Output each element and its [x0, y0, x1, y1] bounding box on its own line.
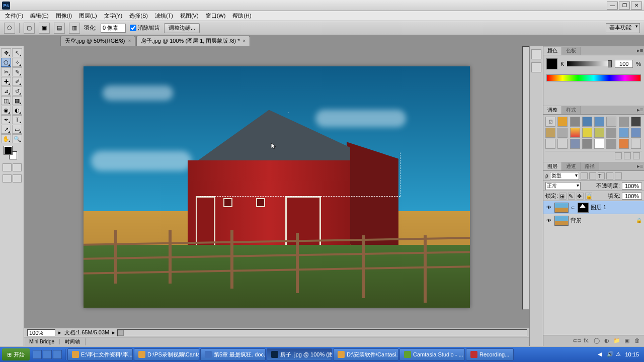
adjustment-icon[interactable]: [557, 128, 568, 138]
gradient-tool-icon[interactable]: ▦: [12, 96, 22, 105]
tool-preset-icon[interactable]: ⬠: [4, 23, 15, 34]
taskbar-item[interactable]: Camtasia Studio - ...: [399, 348, 465, 360]
filter-shape-icon[interactable]: [606, 172, 613, 179]
subtract-selection-icon[interactable]: ▤: [54, 23, 65, 34]
minimize-button[interactable]: —: [607, 2, 618, 10]
tab-close-icon[interactable]: ×: [243, 38, 246, 44]
quicklaunch-icon[interactable]: [33, 350, 42, 359]
adjustment-icon[interactable]: [570, 139, 580, 149]
refine-edge-button[interactable]: 调整边缘...: [164, 23, 200, 33]
filter-pixel-icon[interactable]: [581, 172, 588, 179]
layer-item[interactable]: 👁 ⊂ 图层 1: [543, 201, 644, 214]
layer-name[interactable]: 图层 1: [591, 204, 606, 211]
move-tool-icon[interactable]: ✥: [1, 48, 11, 57]
adjustment-icon[interactable]: [631, 139, 641, 149]
stamp-tool-icon[interactable]: ⊿: [1, 86, 11, 96]
adjustment-icon[interactable]: [619, 139, 629, 149]
adjustment-icon[interactable]: [557, 139, 568, 149]
color-slider[interactable]: [567, 61, 612, 66]
add-selection-icon[interactable]: ▣: [39, 23, 50, 34]
tab-color[interactable]: 颜色: [543, 47, 562, 55]
adjustment-layer-icon[interactable]: ◐: [603, 337, 611, 344]
menu-help[interactable]: 帮助(H): [229, 11, 254, 21]
layer-mask-thumb[interactable]: [578, 203, 589, 213]
taskbar-item[interactable]: 第5章 最是疯狂. doc...: [200, 348, 266, 360]
adjustment-icon[interactable]: [570, 117, 580, 127]
lasso-tool-icon[interactable]: ⬠: [1, 58, 11, 67]
taskbar-item[interactable]: D:\安装软件\Cantasi...: [333, 348, 398, 360]
adjustment-icon[interactable]: [582, 128, 592, 138]
wand-tool-icon[interactable]: ✧: [12, 58, 22, 67]
adjustment-footer-icon[interactable]: [615, 152, 622, 159]
foreground-swatch[interactable]: [4, 146, 12, 154]
eyedropper-tool-icon[interactable]: ✎: [12, 67, 22, 76]
adjustment-icon[interactable]: [570, 128, 580, 138]
adjustment-icon[interactable]: [594, 139, 604, 149]
feather-input[interactable]: [101, 24, 126, 33]
maximize-button[interactable]: ❐: [619, 2, 630, 10]
adjustment-icon[interactable]: [631, 128, 641, 138]
layer-name[interactable]: 背景: [571, 217, 582, 224]
tray-icon[interactable]: 🔊: [607, 351, 614, 358]
filter-type-select[interactable]: 类型: [550, 172, 579, 180]
lock-pixels-icon[interactable]: ⊞: [559, 193, 567, 200]
zoom-input[interactable]: [27, 329, 55, 336]
tab-adjustments[interactable]: 调整: [543, 106, 562, 114]
workspace-selector[interactable]: 基本功能: [606, 23, 640, 33]
layer-thumb[interactable]: [554, 203, 569, 213]
menu-layer[interactable]: 图层(L): [76, 11, 100, 21]
pen-tool-icon[interactable]: ✒: [1, 115, 11, 124]
lock-position-icon[interactable]: ✎: [568, 193, 575, 200]
spectrum-bar[interactable]: [546, 74, 641, 81]
antialias-checkbox[interactable]: 消除锯齿: [130, 24, 160, 32]
panel-menu-icon[interactable]: ▸≡: [636, 163, 644, 169]
zoom-tool-icon[interactable]: 🔍: [12, 134, 22, 143]
mask-link-icon[interactable]: ⊂: [571, 205, 576, 210]
lock-all-icon[interactable]: 🔒: [585, 193, 592, 200]
quicklaunch-icon[interactable]: [43, 350, 52, 359]
menu-window[interactable]: 窗口(W): [203, 11, 229, 21]
quickmask-icon[interactable]: [13, 163, 22, 171]
tab-channels[interactable]: 通道: [562, 162, 581, 170]
adjustment-icon[interactable]: [582, 139, 592, 149]
collapsed-panel-icon[interactable]: [531, 49, 541, 59]
tab-paths[interactable]: 路径: [581, 162, 599, 170]
document-canvas[interactable]: [84, 66, 470, 308]
mask-icon[interactable]: ◯: [593, 337, 601, 344]
tray-icon[interactable]: ⚠: [616, 351, 623, 358]
fill-input[interactable]: [622, 193, 642, 200]
crop-tool-icon[interactable]: ✂: [1, 67, 11, 76]
menu-image[interactable]: 图像(I): [53, 11, 75, 21]
taskbar-item[interactable]: Recording...: [466, 348, 514, 360]
adjustment-icon[interactable]: [557, 117, 568, 127]
filter-adjust-icon[interactable]: [589, 172, 596, 179]
tab-layers[interactable]: 图层: [543, 162, 562, 170]
adjustment-icon[interactable]: [606, 139, 616, 149]
intersect-selection-icon[interactable]: ▥: [69, 23, 80, 34]
quicklaunch-icon[interactable]: [53, 350, 62, 359]
trash-icon[interactable]: 🗑: [633, 337, 641, 344]
adjustment-icon[interactable]: [545, 128, 555, 138]
tab-timeline[interactable]: 时间轴: [60, 338, 86, 345]
heal-tool-icon[interactable]: ✚: [1, 77, 11, 86]
tab-close-icon[interactable]: ×: [128, 38, 131, 44]
filter-smart-icon[interactable]: [615, 172, 622, 179]
clock-label[interactable]: 10:15: [625, 351, 639, 357]
adjustment-icon[interactable]: [606, 128, 616, 138]
screenmode-icon[interactable]: [3, 174, 12, 183]
selection-tool-icon[interactable]: ↖: [12, 48, 22, 57]
dodge-tool-icon[interactable]: ◐: [12, 106, 22, 115]
shape-tool-icon[interactable]: ▭: [12, 125, 22, 134]
eraser-tool-icon[interactable]: ◫: [1, 96, 11, 105]
panel-menu-icon[interactable]: ▸≡: [636, 47, 644, 54]
trash-icon[interactable]: [633, 152, 640, 159]
adjustment-icon[interactable]: [631, 117, 641, 127]
adjustment-icon[interactable]: [594, 128, 604, 138]
adjustment-icon[interactable]: [606, 117, 616, 127]
menu-view[interactable]: 视图(V): [177, 11, 202, 21]
taskbar-item[interactable]: D:\PS录制视频\Canta...: [134, 348, 199, 360]
quickmask-icon[interactable]: [3, 163, 12, 171]
type-tool-icon[interactable]: T: [12, 115, 22, 124]
lock-move-icon[interactable]: ✥: [577, 193, 584, 200]
adjustment-icon[interactable]: [619, 117, 629, 127]
